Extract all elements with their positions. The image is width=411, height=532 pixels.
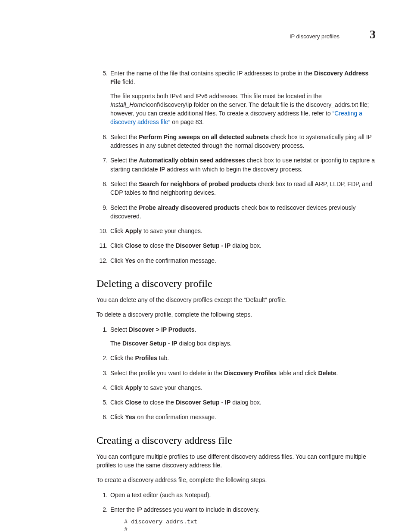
step-text: Select the (110, 204, 139, 211)
paragraph: To create a discovery address file, comp… (97, 476, 380, 484)
step-b3: 3. Select the profile you want to delete… (97, 369, 380, 377)
heading-deleting-profile: Deleting a discovery profile (97, 278, 380, 289)
step-text: field. (121, 78, 135, 85)
step-text: on the confirmation message. (135, 257, 216, 264)
step-text: Click the (110, 355, 135, 361)
step-b5: 5. Click Close to close the Discover Set… (97, 398, 380, 407)
ui-term: Apply (125, 227, 142, 234)
step-number: 1. (97, 325, 108, 348)
steps-list-a: 5. Enter the name of the file that conta… (97, 69, 380, 265)
ui-term: Close (125, 399, 141, 406)
step-b6: 6. Click Yes on the confirmation message… (97, 413, 380, 421)
ui-term: Search for neighbors of probed products (139, 180, 256, 187)
step-text: . (336, 370, 338, 376)
step-text: Enter the IP addresses you want to inclu… (110, 506, 260, 513)
steps-list-c: 1. Open a text editor (such as Notepad).… (97, 491, 380, 532)
step-c2: 2. Enter the IP addresses you want to in… (97, 505, 380, 532)
step-number: 1. (97, 491, 108, 499)
step-8: 8. Select the Search for neighbors of pr… (97, 180, 380, 197)
step-text: Select the (110, 134, 139, 140)
ui-term: Profiles (135, 355, 157, 361)
step-number: 7. (97, 156, 108, 174)
step-12: 12. Click Yes on the confirmation messag… (97, 256, 380, 265)
paragraph: You can configure multiple profiles to u… (97, 452, 380, 470)
step-text: Open a text editor (such as Notepad). (110, 492, 211, 498)
step-text: Select the (110, 180, 139, 187)
step-b1: 1. Select Discover > IP Products. The Di… (97, 325, 380, 348)
ui-term: Perform Ping sweeps on all detected subn… (139, 134, 269, 140)
step-text: dialog box. (230, 242, 262, 249)
step-text: Click (110, 227, 125, 234)
step-number: 4. (97, 383, 108, 392)
step-text: Select the profile you want to delete in… (110, 370, 224, 376)
step-number: 8. (97, 180, 108, 197)
ui-term: Discover Setup - IP (122, 340, 177, 347)
step-text: The (110, 340, 122, 347)
step-number: 3. (97, 369, 108, 377)
step-text: The file supports both IPv4 and IPv6 add… (110, 93, 322, 100)
step-text: to close the (141, 242, 175, 249)
step-b2: 2. Click the Profiles tab. (97, 354, 380, 362)
ui-term: Yes (125, 257, 135, 264)
step-number: 11. (97, 241, 108, 250)
heading-creating-address-file: Creating a discovery address file (97, 435, 380, 446)
ui-term: Discover Setup - IP (176, 399, 231, 406)
step-7: 7. Select the Automatically obtain seed … (97, 156, 380, 174)
ui-term: Apply (125, 384, 142, 391)
step-number: 2. (97, 505, 108, 532)
path-variable: Install_Home (110, 101, 146, 108)
step-text: to close the (141, 399, 175, 406)
step-number: 12. (97, 256, 108, 265)
paragraph: You can delete any of the discovery prof… (97, 296, 380, 304)
step-text: Click (110, 384, 125, 391)
step-text: dialog box. (230, 399, 262, 406)
step-number: 10. (97, 227, 108, 235)
step-text: Click (110, 414, 125, 420)
step-text: on page 83. (170, 118, 204, 125)
header-label: IP discovery profiles (290, 33, 339, 40)
step-11: 11. Click Close to close the Discover Se… (97, 241, 380, 250)
ui-term: Yes (125, 414, 135, 420)
paragraph: To delete a discovery profile, complete … (97, 310, 380, 319)
chapter-number: 3 (370, 28, 376, 41)
ui-term: Delete (318, 370, 336, 376)
step-number: 6. (97, 413, 108, 421)
running-header: IP discovery profiles 3 (31, 28, 380, 41)
step-text: on the confirmation message. (135, 414, 216, 420)
step-text: table and click (277, 370, 318, 376)
step-number: 9. (97, 203, 108, 221)
step-number: 5. (97, 69, 108, 127)
step-text: to save your changes. (142, 227, 202, 234)
step-c1: 1. Open a text editor (such as Notepad). (97, 491, 380, 499)
step-text: tab. (157, 355, 169, 361)
steps-list-b: 1. Select Discover > IP Products. The Di… (97, 325, 380, 422)
step-number: 5. (97, 398, 108, 407)
step-text: to save your changes. (142, 384, 202, 391)
ui-term: Probe already discovered products (139, 204, 240, 211)
ui-term: Close (125, 242, 141, 249)
step-number: 6. (97, 133, 108, 150)
step-text: Select (110, 326, 129, 333)
code-block: # discovery_addrs.txt # # Discovery read… (124, 518, 380, 532)
step-9: 9. Select the Probe already discovered p… (97, 203, 380, 221)
step-5: 5. Enter the name of the file that conta… (97, 69, 380, 127)
step-text: Click (110, 242, 125, 249)
step-text: Enter the name of the file that contains… (110, 70, 314, 77)
ui-term: Discover Setup - IP (176, 242, 231, 249)
ui-term: Automatically obtain seed addresses (139, 157, 245, 164)
step-text: Select the (110, 157, 139, 164)
step-b4: 4. Click Apply to save your changes. (97, 383, 380, 392)
step-text: dialog box displays. (177, 340, 232, 347)
step-text: Click (110, 257, 125, 264)
step-number: 2. (97, 354, 108, 362)
ui-term: Discovery Profiles (224, 370, 277, 376)
step-text: . (194, 326, 196, 333)
step-text: Click (110, 399, 125, 406)
step-10: 10. Click Apply to save your changes. (97, 227, 380, 235)
ui-term: Discover > IP Products (129, 326, 195, 333)
step-6: 6. Select the Perform Ping sweeps on all… (97, 133, 380, 150)
step-text: \conf\discovery\ip folder on the server.… (110, 101, 369, 117)
